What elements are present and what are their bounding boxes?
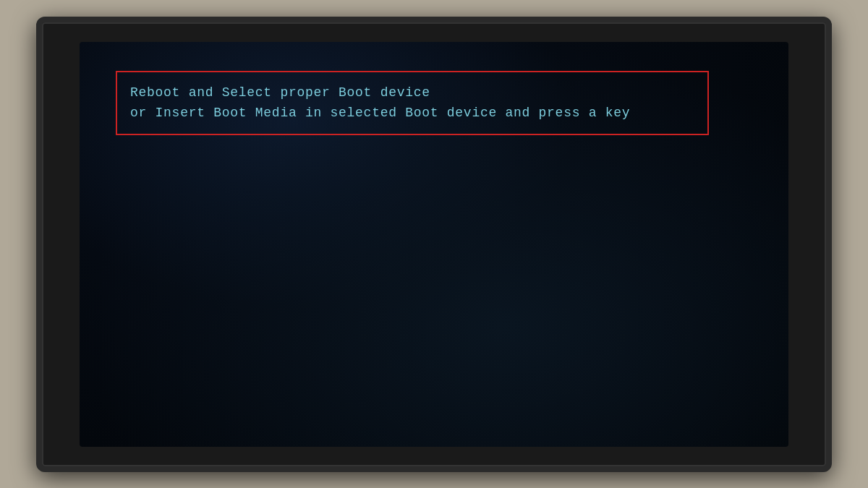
error-message-box: Reboot and Select proper Boot device or … bbox=[116, 71, 709, 136]
error-line-1: Reboot and Select proper Boot device bbox=[130, 85, 430, 100]
error-text: Reboot and Select proper Boot device or … bbox=[130, 82, 694, 124]
laptop-frame: Reboot and Select proper Boot device or … bbox=[36, 17, 832, 472]
bios-screen: Reboot and Select proper Boot device or … bbox=[80, 42, 788, 447]
error-line-2: or Insert Boot Media in selected Boot de… bbox=[130, 106, 630, 120]
